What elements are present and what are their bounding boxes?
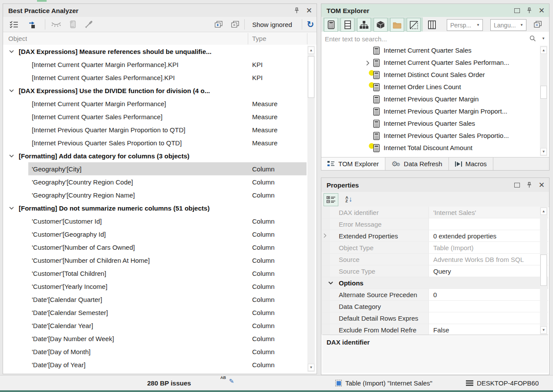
- property-row[interactable]: Default Detail Rows Expres: [321, 312, 548, 324]
- bpa-item-row[interactable]: [Internet Current Quarter Margin Perform…: [3, 97, 317, 110]
- property-row[interactable]: DAX identifier 'Internet Sales': [321, 207, 548, 218]
- scroll-down-button[interactable]: ▼: [540, 148, 547, 155]
- tab-tom-explorer[interactable]: TOM Explorer: [321, 157, 385, 170]
- show-ignored-toggle[interactable]: Show ignored: [248, 17, 297, 32]
- tree-scrollbar[interactable]: ▲ ▼: [540, 46, 547, 156]
- tree-item-measure[interactable]: Internet Total Discount Amount: [321, 142, 549, 154]
- bpa-item-row[interactable]: 'Geography'[City] Column: [3, 162, 317, 175]
- tree-item-measure[interactable]: Internet Current Quarter Sales: [321, 45, 549, 57]
- script-icon[interactable]: [67, 17, 79, 32]
- bpa-item-row[interactable]: 'Geography'[Country Region Name] Column: [3, 188, 317, 201]
- property-value[interactable]: 0: [428, 289, 548, 300]
- language-dropdown[interactable]: Langu... ▼: [490, 19, 526, 31]
- collapse-windows-icon[interactable]: [532, 17, 543, 32]
- tree-item-measure[interactable]: Internet Order Lines Count: [321, 81, 549, 94]
- tab-macros[interactable]: Macros: [449, 157, 493, 170]
- property-row[interactable]: Source Adventure Works DB from SQL: [321, 254, 548, 265]
- close-icon[interactable]: ✕: [539, 181, 545, 189]
- tab-data-refresh[interactable]: ⚙⚙ Data Refresh: [385, 157, 449, 170]
- close-icon[interactable]: ✕: [539, 7, 545, 14]
- bpa-item-row[interactable]: 'Customer'[Total Children] Column: [3, 267, 317, 280]
- chevron-right-icon[interactable]: [324, 233, 327, 238]
- refresh-icon[interactable]: ↻: [304, 17, 317, 32]
- chevron-right-icon[interactable]: [366, 60, 370, 66]
- bpa-item-row[interactable]: 'Date'[Calendar Year] Column: [3, 319, 317, 332]
- expand-all-icon[interactable]: [213, 17, 224, 32]
- bpa-item-row[interactable]: 'Date'[Day of Year] Column: [3, 358, 317, 371]
- property-category-row[interactable]: Options: [321, 277, 548, 289]
- show-display-folders-button[interactable]: [374, 18, 388, 32]
- bpa-item-row[interactable]: 'Date'[Calendar Quarter] Column: [3, 293, 317, 306]
- bpa-group-row[interactable]: [Formatting] Add data category for colum…: [3, 149, 317, 162]
- bp-issues-count[interactable]: 280 BP issues: [147, 375, 191, 391]
- bpa-item-row[interactable]: [Internet Previous Quarter Margin Propor…: [3, 123, 317, 136]
- bpa-group-row[interactable]: [DAX Expressions] Use the DIVIDE functio…: [3, 84, 317, 97]
- bpa-group-row[interactable]: [DAX Expressions] Measure references sho…: [3, 45, 317, 58]
- bpa-rules-checklist-button[interactable]: [7, 17, 20, 32]
- bpa-group-row[interactable]: [Formatting] Do not summarize numeric co…: [3, 201, 317, 214]
- property-value[interactable]: Table (Import): [428, 242, 548, 253]
- search-icon[interactable]: [529, 35, 536, 42]
- server-status[interactable]: DESKTOP-4FOPB60: [466, 375, 539, 391]
- property-row[interactable]: Object Type Table (Import): [321, 242, 548, 254]
- show-partitions-button[interactable]: [407, 18, 421, 32]
- bpa-scrollbar[interactable]: ▲ ▼: [307, 46, 315, 372]
- chevron-down-icon[interactable]: [328, 281, 333, 285]
- property-row[interactable]: Exclude From Model Refre False: [321, 324, 548, 335]
- bpa-item-row[interactable]: 'Date'[Day Number of Week] Column: [3, 332, 317, 345]
- scroll-down-button[interactable]: ▼: [308, 364, 314, 371]
- collapse-all-icon[interactable]: [229, 17, 241, 32]
- pin-icon[interactable]: [527, 182, 532, 188]
- bpa-item-row[interactable]: [Internet Previous Quarter Sales Proport…: [3, 136, 317, 149]
- property-row[interactable]: Source Type Query: [321, 265, 548, 277]
- tree-item-measure[interactable]: Internet Previous Quarter Margin Proport…: [321, 106, 549, 118]
- tree-item-measure[interactable]: Internet Distinct Count Sales Order: [321, 69, 549, 81]
- bpa-item-row[interactable]: 'Customer'[Geography Id] Column: [3, 228, 317, 241]
- bpa-item-row[interactable]: 'Date'[Calendar Semester] Column: [3, 306, 317, 319]
- maximize-icon[interactable]: [514, 8, 520, 13]
- bpa-item-row[interactable]: [Internet Current Quarter Sales Performa…: [3, 71, 317, 84]
- scroll-up-button[interactable]: ▲: [540, 208, 547, 215]
- pin-icon[interactable]: [294, 7, 299, 13]
- property-value[interactable]: [428, 312, 548, 324]
- show-hierarchies-button[interactable]: [357, 18, 371, 32]
- property-value[interactable]: [428, 301, 548, 312]
- search-input[interactable]: [324, 33, 517, 44]
- chevron-down-icon[interactable]: [9, 50, 14, 53]
- property-row[interactable]: Alternate Source Preceden 0: [321, 289, 548, 301]
- property-value[interactable]: [428, 218, 548, 230]
- property-value[interactable]: 0 extended properties: [428, 230, 548, 241]
- bpa-item-row[interactable]: [Internet Current Quarter Margin Perform…: [3, 58, 317, 71]
- alphabetical-sort-button[interactable]: AZ↓: [342, 192, 355, 207]
- scroll-thumb[interactable]: [540, 86, 547, 99]
- maximize-icon[interactable]: [514, 183, 520, 188]
- bpa-item-row[interactable]: 'Customer'[Customer Id] Column: [3, 214, 317, 228]
- ignore-rule-eye-icon[interactable]: [49, 17, 63, 32]
- property-value[interactable]: False: [428, 324, 548, 335]
- tree-item-measure[interactable]: Internet Current Quarter Sales Performan…: [321, 57, 549, 69]
- chevron-down-icon[interactable]: [9, 154, 14, 157]
- property-row[interactable]: Extended Properties 0 extended propertie…: [321, 230, 548, 242]
- bpa-item-row[interactable]: 'Date'[Day of Month] Column: [3, 345, 317, 358]
- pin-icon[interactable]: [527, 7, 532, 13]
- bpa-item-row[interactable]: 'Customer'[Number of Children At Home] C…: [3, 254, 317, 267]
- column-separator[interactable]: [248, 33, 248, 44]
- scroll-thumb[interactable]: [540, 255, 547, 286]
- scroll-down-button[interactable]: ▼: [540, 326, 547, 334]
- scroll-up-button[interactable]: ▲: [308, 47, 314, 54]
- edit-ab-icon[interactable]: AB ✎: [220, 375, 234, 391]
- bpa-item-row[interactable]: 'Geography'[Country Region Code] Column: [3, 175, 317, 188]
- current-object-status[interactable]: Table (Import) "Internet Sales": [335, 375, 432, 391]
- categorized-view-button[interactable]: [324, 193, 338, 206]
- tree-item-measure[interactable]: Internet Previous Quarter Sales: [321, 118, 549, 130]
- property-row[interactable]: Data Category: [321, 301, 548, 312]
- show-all-columns-button[interactable]: [425, 18, 439, 32]
- show-columns-button[interactable]: [341, 18, 354, 32]
- scroll-thumb[interactable]: [308, 56, 314, 98]
- goto-object-button[interactable]: [26, 17, 39, 32]
- folder-icon-button[interactable]: [390, 18, 404, 32]
- bpa-item-row[interactable]: 'Customer'[Yearly Income] Column: [3, 280, 317, 293]
- bpa-item-row[interactable]: 'Customer'[Number of Cars Owned] Column: [3, 241, 317, 254]
- property-value[interactable]: Query: [428, 265, 548, 277]
- property-value[interactable]: Adventure Works DB from SQL: [428, 254, 548, 265]
